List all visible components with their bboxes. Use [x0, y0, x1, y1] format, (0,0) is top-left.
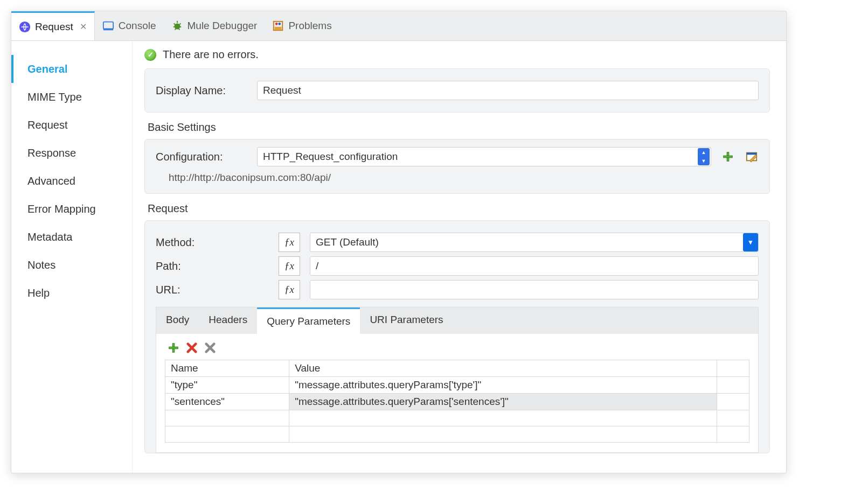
subtab-query-parameters[interactable]: Query Parameters [257, 307, 360, 334]
fx-method-button[interactable]: ƒx [279, 233, 300, 252]
request-title: Request [148, 202, 770, 215]
display-name-panel: Display Name: [144, 68, 770, 113]
url-label: URL: [156, 284, 269, 296]
query-params-table: Name Value "type" "message.attributes.qu… [165, 360, 749, 443]
params-col-name[interactable]: Name [165, 360, 289, 377]
path-label: Path: [156, 260, 269, 272]
fx-url-button[interactable]: ƒx [279, 280, 300, 299]
svg-rect-2 [103, 29, 113, 31]
add-param-button[interactable] [167, 341, 180, 354]
svg-rect-11 [747, 153, 756, 155]
query-params-body: Name Value "type" "message.attributes.qu… [156, 334, 759, 453]
configuration-value: HTTP_Request_configuration [263, 151, 398, 163]
sidebar-item-notes[interactable]: Notes [11, 251, 132, 279]
table-row-empty[interactable] [165, 410, 749, 426]
sidebar-item-request[interactable]: Request [11, 111, 132, 139]
clear-params-button[interactable] [204, 341, 217, 354]
svg-rect-9 [724, 156, 733, 158]
chevron-down-icon[interactable]: ▼ [743, 233, 758, 251]
basic-settings-section: Basic Settings Configuration: HTTP_Reque… [144, 121, 770, 194]
request-icon [19, 21, 31, 33]
ok-icon [144, 49, 156, 61]
configuration-label: Configuration: [156, 151, 247, 163]
add-config-button[interactable] [721, 150, 735, 164]
method-value: GET (Default) [316, 236, 379, 248]
tab-request[interactable]: Request ✕ [11, 11, 95, 40]
tab-problems[interactable]: Problems [265, 11, 339, 40]
select-stepper-icon[interactable]: ▲▼ [698, 148, 710, 165]
svg-point-6 [279, 23, 281, 25]
sidebar: General MIME Type Request Response Advan… [11, 41, 133, 473]
tab-problems-label: Problems [288, 20, 331, 32]
debugger-icon [171, 20, 183, 32]
sidebar-item-advanced[interactable]: Advanced [11, 167, 132, 195]
request-section: Request Method: ƒx GET (Default) ▼ Path:… [144, 202, 770, 453]
url-input[interactable] [310, 280, 759, 299]
svg-rect-1 [103, 22, 113, 29]
remove-param-button[interactable] [185, 341, 198, 354]
fx-path-button[interactable]: ƒx [279, 256, 300, 276]
svg-rect-13 [169, 347, 178, 349]
subtab-headers[interactable]: Headers [199, 307, 257, 334]
tab-debugger[interactable]: Mule Debugger [164, 11, 265, 40]
path-input[interactable] [310, 256, 759, 276]
sidebar-item-general[interactable]: General [11, 55, 132, 83]
svg-point-5 [275, 23, 278, 25]
edit-config-button[interactable] [745, 150, 759, 164]
table-row[interactable]: "sentences" "message.attributes.queryPar… [165, 394, 749, 410]
configuration-select[interactable]: HTTP_Request_configuration ▲▼ [257, 147, 711, 166]
sidebar-item-response[interactable]: Response [11, 139, 132, 167]
params-col-value[interactable]: Value [289, 360, 717, 377]
table-row[interactable]: "type" "message.attributes.queryParams['… [165, 377, 749, 394]
svg-rect-7 [275, 27, 282, 30]
configuration-url: http://http://baconipsum.com:80/api/ [156, 166, 759, 186]
param-name-cell[interactable]: "sentences" [165, 394, 289, 410]
close-icon[interactable]: ✕ [80, 22, 87, 32]
params-col-spacer [717, 360, 749, 377]
method-select[interactable]: GET (Default) ▼ [310, 233, 759, 252]
sidebar-item-error-mapping[interactable]: Error Mapping [11, 195, 132, 223]
sidebar-item-metadata[interactable]: Metadata [11, 223, 132, 251]
basic-settings-title: Basic Settings [148, 121, 770, 134]
problems-icon [272, 20, 284, 32]
request-subtabs: Body Headers Query Parameters URI Parame… [156, 307, 759, 334]
method-label: Method: [156, 236, 269, 249]
sidebar-item-help[interactable]: Help [11, 279, 132, 307]
status-text: There are no errors. [163, 48, 259, 61]
param-value-cell[interactable]: "message.attributes.queryParams['sentenc… [289, 394, 717, 410]
tab-console-label: Console [119, 20, 156, 32]
top-tab-bar: Request ✕ Console Mule Debugger Problems [11, 11, 786, 41]
tab-debugger-label: Mule Debugger [188, 20, 258, 32]
param-name-cell[interactable]: "type" [165, 377, 289, 394]
sidebar-item-mime-type[interactable]: MIME Type [11, 83, 132, 111]
param-value-cell[interactable]: "message.attributes.queryParams['type']" [289, 377, 717, 394]
subtab-uri-parameters[interactable]: URI Parameters [360, 307, 453, 334]
status-row: There are no errors. [144, 48, 770, 61]
main-panel: There are no errors. Display Name: Basic… [133, 41, 786, 473]
subtab-body[interactable]: Body [156, 307, 199, 334]
display-name-label: Display Name: [156, 85, 247, 97]
console-icon [102, 20, 114, 32]
properties-window: Request ✕ Console Mule Debugger Problems… [11, 11, 787, 473]
tab-request-label: Request [35, 21, 73, 33]
tab-console[interactable]: Console [95, 11, 164, 40]
table-row-empty[interactable] [165, 426, 749, 443]
display-name-input[interactable] [257, 81, 759, 100]
